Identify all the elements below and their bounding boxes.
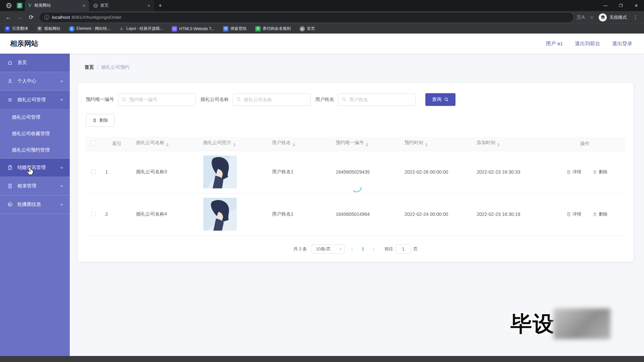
bookmark-item[interactable]: HHTML5 Website T... bbox=[172, 26, 214, 32]
bookmark-favicon: E bbox=[69, 26, 74, 32]
cell-order-time: 2022-02-26 00:00:00 bbox=[400, 151, 473, 193]
sidebar-item-home[interactable]: 首页 bbox=[0, 54, 70, 72]
browser-url-bar: ← → ⟳ i localhost:8081/#/hunligongsiOrde… bbox=[0, 11, 644, 23]
image-icon bbox=[7, 202, 13, 207]
cell-index: 1 bbox=[101, 151, 132, 193]
watermark-blurred-area bbox=[553, 308, 610, 339]
bookmark-item[interactable]: 图图标网站 bbox=[37, 26, 60, 32]
breadcrumb-current: 婚礼公司预约 bbox=[101, 64, 129, 70]
sidebar-subitem-company-order-mgmt[interactable]: 婚礼公司预约管理 bbox=[0, 142, 70, 158]
tab-close-icon[interactable]: × bbox=[146, 3, 152, 9]
cell-user: 用户姓名1 bbox=[268, 193, 332, 235]
window-close-button[interactable]: ✕ bbox=[629, 0, 644, 11]
tab-title: 首页 bbox=[100, 3, 144, 8]
browser-menu-icon[interactable]: ⋮ bbox=[632, 14, 639, 20]
pagination: 共 2 条 10条/页 ▾ ‹ 1 › 前往 页 bbox=[86, 244, 625, 254]
trash-icon bbox=[593, 170, 597, 174]
prev-page-button[interactable]: ‹ bbox=[349, 246, 355, 252]
row-checkbox[interactable] bbox=[91, 212, 96, 216]
page-size-select[interactable]: 10条/页 ▾ bbox=[312, 244, 344, 254]
bookmark-item[interactable]: EElement - 网站快... bbox=[69, 26, 110, 32]
sidebar-item-wedding-company-mgmt[interactable]: 婚礼公司管理 bbox=[0, 90, 70, 109]
breadcrumb-home[interactable]: 首页 bbox=[85, 64, 94, 70]
address-bar[interactable]: i localhost:8081/#/hunligongsiOrder bbox=[40, 13, 573, 22]
logout-link[interactable]: 退出登录 bbox=[612, 41, 632, 47]
sort-icon[interactable] bbox=[292, 142, 295, 148]
sort-icon[interactable] bbox=[425, 142, 428, 148]
chevron-down-icon bbox=[60, 166, 64, 170]
col-header-order-no: 预约唯一编号 bbox=[332, 137, 400, 151]
bookmark-favicon: 图 bbox=[37, 26, 42, 32]
incognito-badge: 无痕模式 bbox=[599, 13, 627, 21]
window-minimize-button[interactable]: — bbox=[598, 0, 613, 11]
browser-tab-bar: V 相亲网站 × 首页 × + — ❐ ✕ bbox=[0, 0, 644, 11]
header-user-link[interactable]: 用户 a1 bbox=[546, 41, 563, 47]
sidebar-item-matchmaking-mgmt[interactable]: 相亲管理 bbox=[0, 177, 70, 195]
bookmark-item[interactable]: 译百度翻译 bbox=[5, 26, 28, 32]
forward-icon[interactable]: → bbox=[15, 12, 25, 22]
globe-icon bbox=[93, 3, 98, 8]
sidebar-item-personal-center[interactable]: 个人中心 bbox=[0, 72, 70, 90]
cell-company: 婚礼公司名称3 bbox=[132, 151, 199, 193]
exit-to-front-link[interactable]: 退出到前台 bbox=[575, 41, 600, 47]
sidebar-item-marriage-info-mgmt[interactable]: 结婚资讯管理 bbox=[0, 159, 70, 177]
tab-home[interactable]: 首页 × bbox=[90, 0, 154, 11]
tab-title: 相亲网站 bbox=[34, 3, 79, 8]
detail-button[interactable]: 详情 bbox=[567, 169, 581, 175]
page-unit-label: 页 bbox=[413, 246, 418, 252]
sidebar-subitem-company-mgmt[interactable]: 婚礼公司管理 bbox=[0, 109, 70, 125]
goto-page-input[interactable] bbox=[396, 244, 411, 254]
detail-button[interactable]: 详情 bbox=[567, 211, 581, 217]
window-restore-button[interactable]: ❐ bbox=[613, 0, 629, 11]
search-button[interactable]: 查询 bbox=[425, 93, 455, 106]
filter-input-order-no[interactable] bbox=[118, 93, 196, 106]
select-all-checkbox[interactable] bbox=[91, 141, 96, 145]
bookmark-item[interactable]: 壁搜索壁纸 bbox=[223, 26, 247, 32]
delete-button[interactable]: 删除 bbox=[593, 211, 607, 217]
bottom-edge-strip bbox=[0, 356, 644, 362]
page-number[interactable]: 1 bbox=[360, 246, 366, 251]
content-card: 预约唯一编号 婚礼公司名称 用户姓名 bbox=[78, 83, 633, 261]
pinned-sheet-icon[interactable] bbox=[16, 2, 23, 9]
filter-input-user-name[interactable] bbox=[338, 93, 416, 106]
user-icon bbox=[7, 78, 13, 84]
back-icon[interactable]: ← bbox=[3, 12, 13, 22]
new-tab-button[interactable]: + bbox=[154, 2, 166, 9]
translate-icon[interactable]: 文A bbox=[577, 14, 585, 20]
vue-icon: V bbox=[28, 3, 32, 8]
reload-icon[interactable]: ⟳ bbox=[26, 12, 36, 22]
cell-order-no: 1645605029435 bbox=[332, 151, 400, 193]
tab-matchmaking-site[interactable]: V 相亲网站 × bbox=[25, 0, 89, 11]
sidebar-item-carousel-info[interactable]: 轮播图信息 bbox=[0, 195, 70, 214]
next-page-button[interactable]: › bbox=[371, 246, 376, 252]
cell-add-time: 2022-02-23 16:30:33 bbox=[473, 151, 545, 193]
row-checkbox[interactable] bbox=[91, 169, 96, 174]
col-header-index: 索引 bbox=[101, 137, 132, 151]
watermark: 毕设 bbox=[511, 308, 610, 339]
bookmark-item[interactable]: ◍首页 bbox=[300, 26, 315, 32]
batch-delete-button[interactable]: 删除 bbox=[86, 114, 114, 127]
sidebar-submenu: 婚礼公司管理 婚礼公司收藏管理 婚礼公司预约管理 bbox=[0, 109, 70, 159]
tab-close-icon[interactable]: × bbox=[81, 3, 87, 9]
list-icon bbox=[7, 97, 13, 103]
bookmark-favicon: ◍ bbox=[300, 26, 305, 32]
watermark-text: 毕设 bbox=[511, 309, 555, 339]
url-host: localhost bbox=[52, 15, 70, 20]
site-title: 相亲网站 bbox=[10, 39, 38, 48]
chevron-down-icon bbox=[60, 202, 64, 206]
bookmark-item[interactable]: LLayui - 经典开源模... bbox=[119, 26, 163, 32]
sort-icon[interactable] bbox=[366, 142, 368, 148]
filter-input-company-name[interactable] bbox=[233, 93, 311, 106]
sort-icon[interactable] bbox=[166, 142, 169, 148]
sidebar-subitem-company-collection-mgmt[interactable]: 婚礼公司收藏管理 bbox=[0, 125, 70, 142]
incognito-label: 无痕模式 bbox=[609, 14, 627, 20]
delete-button[interactable]: 删除 bbox=[593, 169, 607, 175]
sort-icon[interactable] bbox=[233, 142, 236, 148]
document-icon bbox=[567, 212, 571, 217]
breadcrumb-separator: / bbox=[97, 65, 98, 70]
bookmark-star-icon[interactable]: ☆ bbox=[590, 14, 594, 20]
filter-label-company-name: 婚礼公司名称 bbox=[201, 97, 229, 103]
site-info-icon[interactable]: i bbox=[44, 15, 49, 20]
bookmark-item[interactable]: 表表结构命名规则 bbox=[255, 26, 291, 32]
sort-icon[interactable] bbox=[497, 142, 500, 148]
